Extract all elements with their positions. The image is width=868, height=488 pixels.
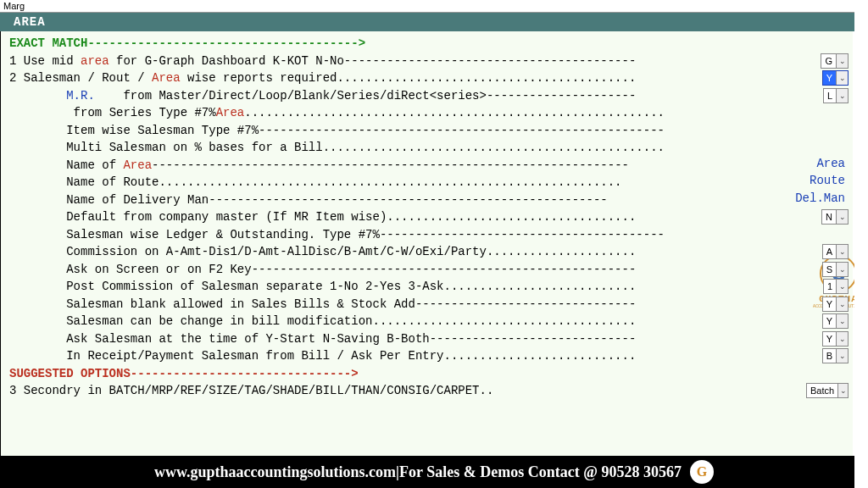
select-value: B bbox=[823, 351, 836, 361]
select-value: Y bbox=[823, 73, 836, 83]
setting-row: from Series Type #7%Area................… bbox=[9, 104, 859, 122]
section-suggested: SUGGESTED OPTIONS-----------------------… bbox=[9, 365, 859, 383]
field-value: Route bbox=[810, 174, 845, 187]
option-select[interactable]: N⌄ bbox=[821, 209, 849, 225]
option-select[interactable]: B⌄ bbox=[822, 348, 849, 363]
option-select[interactable]: Y⌄ bbox=[822, 313, 849, 329]
setting-row: Commission on A-Amt-Dis1/D-Amt-AllDisc/B… bbox=[9, 243, 859, 261]
footer-site: www.gupthaaccountingsolutions.com bbox=[154, 463, 396, 481]
chevron-down-icon: ⌄ bbox=[836, 245, 848, 258]
chevron-down-icon: ⌄ bbox=[836, 349, 848, 363]
option-select[interactable]: 1⌄ bbox=[823, 279, 849, 294]
setting-row: 3 Secondry in BATCH/MRP/REF/SIZE/TAG/SHA… bbox=[9, 382, 859, 400]
setting-row: 2 Salesman / Rout / Area wise reports re… bbox=[9, 69, 859, 87]
setting-row: Name of Area----------------------------… bbox=[9, 157, 859, 175]
chevron-down-icon: ⌄ bbox=[836, 297, 848, 311]
chevron-down-icon: ⌄ bbox=[836, 332, 848, 346]
setting-row: Name of Route...........................… bbox=[9, 174, 859, 191]
option-select[interactable]: G⌄ bbox=[821, 53, 849, 69]
setting-row: Default from company master (If MR Item … bbox=[9, 208, 859, 226]
setting-row: Salesman wise Ledger & Outstanding. Type… bbox=[9, 226, 859, 244]
select-value: Y bbox=[823, 334, 836, 344]
setting-row: Multi Salesman on % bases for a Bill....… bbox=[9, 139, 859, 157]
setting-row: Post Commission of Salesman separate 1-N… bbox=[9, 278, 859, 296]
option-select[interactable]: Batch⌄ bbox=[806, 383, 849, 398]
settings-panel: EXACT MATCH-----------------------------… bbox=[0, 31, 868, 471]
chevron-down-icon: ⌄ bbox=[836, 314, 848, 328]
chevron-down-icon: ⌄ bbox=[837, 384, 848, 397]
setting-row: Ask Salesman at the time of Y-Start N-Sa… bbox=[9, 330, 859, 348]
page-header: AREA bbox=[0, 13, 868, 31]
field-value: Area bbox=[816, 157, 845, 170]
setting-row: Salesman can be change in bill modificat… bbox=[9, 313, 859, 330]
select-value: Y bbox=[823, 316, 836, 326]
select-value: N bbox=[822, 212, 836, 222]
chevron-down-icon: ⌄ bbox=[836, 280, 848, 293]
setting-row: In Receipt/Payment Salesman from Bill / … bbox=[9, 347, 859, 365]
window-title: Marg bbox=[0, 0, 868, 13]
option-select[interactable]: Y⌄ bbox=[822, 331, 849, 347]
setting-row: Ask on Screen or on F2 Key--------------… bbox=[9, 261, 859, 279]
select-value: Batch bbox=[807, 385, 837, 396]
footer-bar: www.gupthaaccountingsolutions.com | For … bbox=[0, 456, 868, 488]
chevron-down-icon: ⌄ bbox=[836, 89, 848, 103]
select-value: Y bbox=[823, 299, 836, 309]
section-exact-match: EXACT MATCH-----------------------------… bbox=[9, 35, 859, 53]
select-value: S bbox=[823, 264, 836, 274]
chevron-down-icon: ⌄ bbox=[836, 263, 848, 276]
setting-row: Name of Delivery Man--------------------… bbox=[9, 191, 859, 209]
option-select[interactable]: Y⌄ bbox=[822, 297, 849, 312]
field-value: Del.Man bbox=[795, 191, 845, 205]
select-value: G bbox=[821, 56, 836, 66]
select-value: A bbox=[823, 247, 836, 257]
right-strip bbox=[854, 0, 868, 488]
select-value: L bbox=[824, 91, 836, 101]
option-select[interactable]: Y⌄ bbox=[822, 70, 849, 86]
option-select[interactable]: L⌄ bbox=[823, 88, 849, 103]
footer-logo-icon: G bbox=[690, 460, 714, 484]
setting-row: Item wise Salesman Type #7%-------------… bbox=[9, 122, 859, 140]
chevron-down-icon: ⌄ bbox=[836, 71, 848, 85]
setting-row: M.R. from Master/Direct/Loop/Blank/Serie… bbox=[9, 87, 859, 105]
setting-row: 1 Use mid area for G-Graph Dashboard K-K… bbox=[9, 53, 859, 70]
setting-row: Salesman blank allowed in Sales Bills & … bbox=[9, 296, 859, 313]
select-value: 1 bbox=[824, 281, 836, 291]
option-select[interactable]: S⌄ bbox=[822, 262, 849, 277]
footer-contact: For Sales & Demos Contact @ 90528 30567 bbox=[399, 463, 682, 481]
chevron-down-icon: ⌄ bbox=[836, 210, 848, 224]
option-select[interactable]: A⌄ bbox=[822, 244, 849, 259]
chevron-down-icon: ⌄ bbox=[836, 54, 848, 68]
